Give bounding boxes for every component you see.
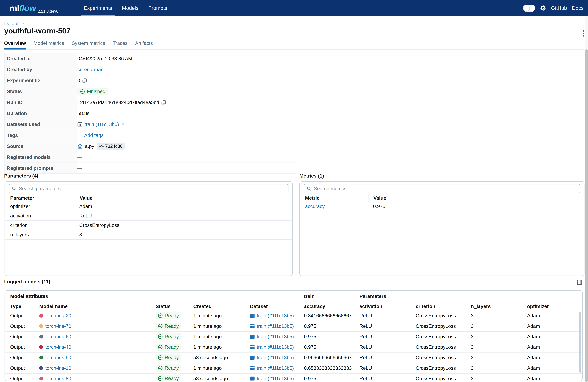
status-text: Ready [165, 365, 179, 371]
status-badge: Finished [77, 88, 108, 95]
logged-models-section-title: Logged models (11) [4, 279, 50, 285]
status-badge: Ready [156, 375, 181, 381]
navbar-tab-experiments[interactable]: Experiments [81, 0, 115, 16]
status-text: Ready [165, 344, 179, 350]
model-created: 1 minute ago [193, 323, 250, 329]
model-name-link[interactable]: torch-iris-70 [45, 323, 71, 329]
model-optimizer: Adam [527, 365, 582, 371]
model-n-layers: 3 [471, 344, 527, 350]
source-commit-chip[interactable]: 7324c80 [97, 143, 125, 150]
theme-toggle[interactable] [523, 5, 535, 12]
model-type: Output [10, 313, 39, 318]
column-header-value[interactable]: Value [369, 194, 584, 202]
model-n-layers: 3 [471, 365, 527, 371]
model-created: 1 minute ago [193, 344, 250, 350]
search-metrics-input[interactable]: Search metrics [304, 184, 580, 193]
tab-model-metrics[interactable]: Model metrics [34, 41, 64, 49]
column-header-accuracy[interactable]: accuracy [304, 304, 359, 309]
github-link[interactable]: GitHub [551, 5, 567, 11]
model-accuracy: 0.975 [304, 376, 359, 381]
dataset-link[interactable]: train (#1f1c13b5) [257, 355, 294, 360]
column-settings-icon[interactable] [577, 280, 582, 285]
breadcrumb-experiment-link[interactable]: Default [4, 21, 20, 26]
created-by-user-link[interactable]: serena.ruan [77, 67, 104, 72]
column-header-created[interactable]: Created [193, 304, 250, 309]
table-icon [250, 345, 255, 350]
model-type: Output [10, 344, 39, 350]
metrics-table-header: Metric Value [300, 194, 584, 202]
model-name-link[interactable]: torch-iris-60 [45, 334, 71, 339]
copy-icon[interactable] [83, 78, 87, 83]
navbar-tab-prompts[interactable]: Prompts [146, 0, 170, 16]
model-accuracy: 0.975 [304, 323, 359, 329]
version-label: 2.21.3.dev0 [38, 9, 59, 16]
page-scrollbar[interactable] [585, 16, 588, 382]
column-header-parameter[interactable]: Parameter [10, 194, 75, 202]
model-name-link[interactable]: torch-iris-40 [45, 344, 71, 350]
parameter-name: criterion [10, 223, 75, 228]
model-optimizer: Adam [527, 334, 582, 339]
dataset-link[interactable]: train (#1f1c13b5) [257, 313, 294, 318]
dataset-link[interactable]: train (#1f1c13b5) [257, 344, 294, 350]
column-header-criterion[interactable]: criterion [416, 304, 471, 309]
settings-gear-icon[interactable] [540, 5, 546, 11]
table-icon [77, 122, 82, 127]
status-badge: Ready [156, 364, 181, 372]
model-dot-icon [39, 345, 43, 349]
model-name-link[interactable]: torch-iris-20 [45, 313, 71, 318]
detail-label: Run ID [4, 97, 77, 108]
search-parameters-input[interactable]: Search parameters [9, 184, 289, 193]
check-circle-icon [158, 324, 163, 329]
run-page-tabs: Overview Model metrics System metrics Tr… [4, 41, 584, 49]
docs-link[interactable]: Docs [572, 5, 584, 11]
tab-overview[interactable]: Overview [4, 41, 26, 49]
column-header-metric[interactable]: Metric [305, 194, 369, 202]
status-text: Ready [165, 334, 179, 339]
add-tags-button[interactable]: Add tags [84, 133, 104, 138]
tab-artifacts[interactable]: Artifacts [135, 41, 153, 49]
status-badge: Ready [156, 354, 181, 361]
model-name-link[interactable]: torch-iris-10 [45, 365, 71, 371]
theme-toggle-knob [523, 5, 530, 12]
metric-name-link[interactable]: accuracy [305, 203, 325, 209]
parameters-rows: optimizerAdamactivationReLUcriterionCros… [5, 202, 292, 240]
copy-icon[interactable] [162, 100, 166, 105]
column-header-type[interactable]: Type [10, 304, 39, 309]
model-activation: ReLU [359, 323, 416, 329]
dataset-link[interactable]: train (#1f1c13b5) [257, 323, 294, 329]
column-header-status[interactable]: Status [156, 304, 193, 309]
dataset-link[interactable]: train (#1f1c13b5) [257, 334, 294, 339]
parameter-name: activation [10, 213, 75, 219]
column-header-model-name[interactable]: Model name [39, 304, 156, 309]
model-name-link[interactable]: torch-iris-90 [45, 355, 71, 360]
tab-traces[interactable]: Traces [113, 41, 128, 49]
column-header-dataset[interactable]: Dataset [250, 304, 304, 309]
model-dot-icon [39, 314, 43, 318]
run-overflow-menu-icon[interactable] [582, 29, 585, 37]
page-scrollbar-thumb[interactable] [585, 49, 588, 382]
detail-row-duration: Duration 58.8s [4, 108, 296, 119]
navbar-tabs: Experiments Models Prompts [81, 0, 174, 16]
model-criterion: CrossEntropyLoss [416, 355, 471, 360]
column-header-activation[interactable]: activation [359, 304, 416, 309]
tab-system-metrics[interactable]: System metrics [72, 41, 105, 49]
group-header-parameters: Parameters [359, 291, 386, 302]
status-text: Ready [165, 323, 179, 329]
mlflow-logo[interactable]: mlflow 2.21.3.dev0 [9, 0, 58, 16]
model-accuracy: 0.975 [304, 334, 359, 339]
dataset-link[interactable]: train (#1f1c13b5) [257, 365, 294, 371]
dataset-link[interactable]: train (#1f1c13b5) [257, 376, 294, 381]
detail-label: Source [4, 141, 77, 152]
metrics-section-title: Metrics (1) [299, 173, 324, 179]
model-name-link[interactable]: torch-iris-80 [45, 376, 71, 381]
table-icon [250, 334, 255, 339]
column-header-n-layers[interactable]: n_layers [471, 304, 527, 309]
navbar-tab-models[interactable]: Models [119, 0, 141, 16]
column-header-optimizer[interactable]: optimizer [527, 304, 582, 309]
created-at-value: 04/04/2025, 10:33:36 AM [77, 56, 132, 61]
status-text: Finished [87, 89, 105, 94]
table-scrollbar[interactable] [579, 312, 581, 373]
dataset-link[interactable]: train (1f1c13b5) [84, 122, 119, 127]
detail-row-run-id: Run ID 12f143a7fda1461e9240d7ffad4ea5bd [4, 97, 296, 108]
column-header-value[interactable]: Value [75, 194, 292, 202]
